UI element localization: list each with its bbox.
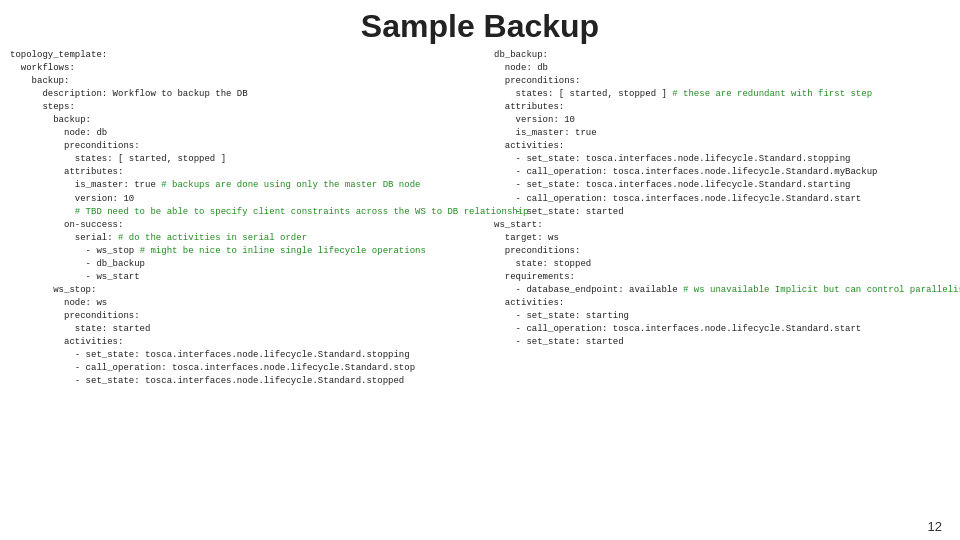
page-number: 12 <box>928 519 942 534</box>
right-column: db_backup: node: db preconditions: state… <box>490 49 960 388</box>
left-code-block: topology_template: workflows: backup: de… <box>10 49 482 388</box>
page-title: Sample Backup <box>0 0 960 49</box>
left-column: topology_template: workflows: backup: de… <box>10 49 490 388</box>
right-code-block: db_backup: node: db preconditions: state… <box>494 49 960 349</box>
